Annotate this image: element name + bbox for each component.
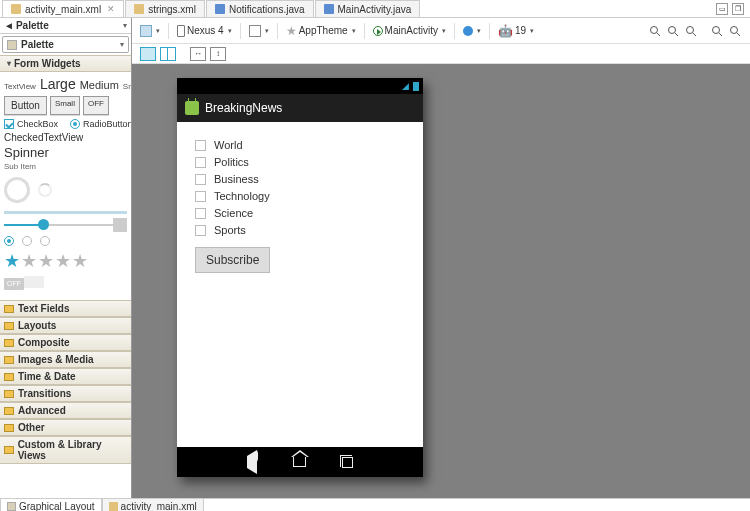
design-canvas[interactable]: ◢ BreakingNews World Politics Business T… [132, 64, 750, 498]
widget-subitem[interactable]: Sub Item [4, 162, 127, 171]
svg-line-5 [693, 33, 696, 36]
widget-radio-off[interactable] [22, 236, 32, 246]
status-bar: ◢ [177, 78, 423, 94]
section-other[interactable]: Other [0, 419, 131, 436]
tab-notifications-java[interactable]: Notifications.java [206, 0, 314, 17]
radio-icon [70, 119, 80, 129]
app-title: BreakingNews [205, 101, 282, 115]
zoom-out-button[interactable] [728, 24, 742, 38]
checkbox-business[interactable]: Business [195, 173, 405, 185]
locale-selector[interactable]: ▾ [463, 26, 481, 36]
minimize-view-button[interactable]: ▭ [716, 3, 728, 15]
zoom-reset-button[interactable] [666, 24, 680, 38]
section-layouts[interactable]: Layouts [0, 317, 131, 334]
globe-icon [463, 26, 473, 36]
checkbox-sports[interactable]: Sports [195, 224, 405, 236]
layout-icon [7, 502, 16, 511]
section-transitions[interactable]: Transitions [0, 385, 131, 402]
widget-medium-text[interactable]: Medium [80, 79, 119, 91]
widget-progressbar[interactable] [4, 211, 127, 214]
zoom-in-button[interactable] [710, 24, 724, 38]
recents-nav-icon[interactable] [342, 457, 353, 468]
checkbox-icon [195, 225, 206, 236]
java-file-icon [324, 4, 334, 14]
maximize-view-button[interactable]: ❐ [732, 3, 744, 15]
toggle-height-button[interactable]: ↕ [210, 47, 226, 61]
phone-icon [177, 25, 185, 37]
tab-graphical-layout[interactable]: Graphical Layout [0, 499, 102, 511]
checkbox-technology[interactable]: Technology [195, 190, 405, 202]
section-custom-views[interactable]: Custom & Library Views [0, 436, 131, 464]
widget-small-text[interactable]: Small [123, 82, 131, 91]
orientation-selector[interactable]: ▾ [249, 25, 269, 37]
device-frame: ◢ BreakingNews World Politics Business T… [177, 78, 423, 477]
section-images-media[interactable]: Images & Media [0, 351, 131, 368]
activity-selector[interactable]: MainActivity▾ [373, 25, 446, 36]
svg-point-2 [669, 26, 676, 33]
home-nav-icon[interactable] [293, 457, 306, 467]
widget-toggle-button[interactable]: OFF [83, 96, 109, 115]
section-advanced[interactable]: Advanced [0, 402, 131, 419]
widget-seekbar[interactable] [4, 218, 127, 232]
section-form-widgets[interactable]: ▾Form Widgets [0, 55, 131, 72]
folder-icon [4, 305, 14, 313]
widget-ratingbar[interactable]: ★ ★ ★ ★ ★ [4, 250, 127, 272]
svg-line-9 [737, 33, 740, 36]
api-selector[interactable]: 🤖19▾ [498, 24, 534, 38]
close-icon[interactable]: ✕ [107, 4, 115, 14]
toggle-width-button[interactable]: ↔ [190, 47, 206, 61]
zoom-actual-button[interactable] [684, 24, 698, 38]
layout-content[interactable]: World Politics Business Technology Scien… [177, 122, 423, 447]
activity-icon [373, 26, 383, 36]
widget-textview[interactable]: TextView [4, 82, 36, 91]
checkbox-icon [195, 191, 206, 202]
orientation-icon [249, 25, 261, 37]
checkbox-politics[interactable]: Politics [195, 156, 405, 168]
xml-file-icon [134, 4, 144, 14]
widget-small-button[interactable]: Small [50, 96, 80, 115]
svg-point-6 [713, 26, 720, 33]
device-selector[interactable]: Nexus 4▾ [177, 25, 232, 37]
star-icon: ★ [72, 250, 88, 272]
palette-icon [7, 40, 17, 50]
checkbox-icon [195, 208, 206, 219]
folder-icon [4, 322, 14, 330]
widget-checkbox[interactable]: CheckBox [4, 119, 58, 129]
tab-activity-main-xml[interactable]: activity_main.xml✕ [2, 0, 124, 17]
star-icon: ★ [55, 250, 71, 272]
save-icon [140, 25, 152, 37]
theme-selector[interactable]: ★AppTheme▾ [286, 24, 356, 38]
widget-checkedtextview[interactable]: CheckedTextView [4, 132, 127, 143]
section-composite[interactable]: Composite [0, 334, 131, 351]
svg-point-0 [651, 26, 658, 33]
widget-spinner[interactable]: Spinner [4, 145, 127, 160]
tab-strings-xml[interactable]: strings.xml [125, 0, 205, 17]
section-text-fields[interactable]: Text Fields [0, 300, 131, 317]
designer-toolbar-2: ↔ ↕ [132, 44, 750, 64]
section-time-date[interactable]: Time & Date [0, 368, 131, 385]
widget-radio-off[interactable] [40, 236, 50, 246]
view-mode-blueprint[interactable] [160, 47, 176, 61]
wifi-icon: ◢ [402, 81, 409, 91]
widget-radiobutton[interactable]: RadioButton [70, 119, 131, 129]
palette-panel: ◄Palette▾ Palette ▾ ▾Form Widgets TextVi… [0, 18, 132, 498]
palette-selector[interactable]: Palette ▾ [2, 36, 129, 53]
save-dropdown[interactable]: ▾ [140, 25, 160, 37]
widget-progress-large[interactable] [4, 177, 30, 203]
widget-large-text[interactable]: Large [40, 76, 76, 92]
java-file-icon [215, 4, 225, 14]
checkbox-science[interactable]: Science [195, 207, 405, 219]
tab-source-xml[interactable]: activity_main.xml [102, 499, 204, 511]
widget-radio-on[interactable] [4, 236, 14, 246]
back-nav-icon[interactable] [247, 456, 257, 468]
back-icon[interactable]: ◄ [4, 20, 14, 31]
folder-icon [4, 390, 14, 398]
checkbox-world[interactable]: World [195, 139, 405, 151]
widget-progress-small[interactable] [38, 183, 52, 197]
zoom-fit-button[interactable] [648, 24, 662, 38]
tab-mainactivity-java[interactable]: MainActivity.java [315, 0, 421, 17]
widget-switch[interactable]: OFF [4, 278, 24, 290]
subscribe-button[interactable]: Subscribe [195, 247, 270, 273]
view-mode-design[interactable] [140, 47, 156, 61]
widget-button[interactable]: Button [4, 96, 47, 115]
